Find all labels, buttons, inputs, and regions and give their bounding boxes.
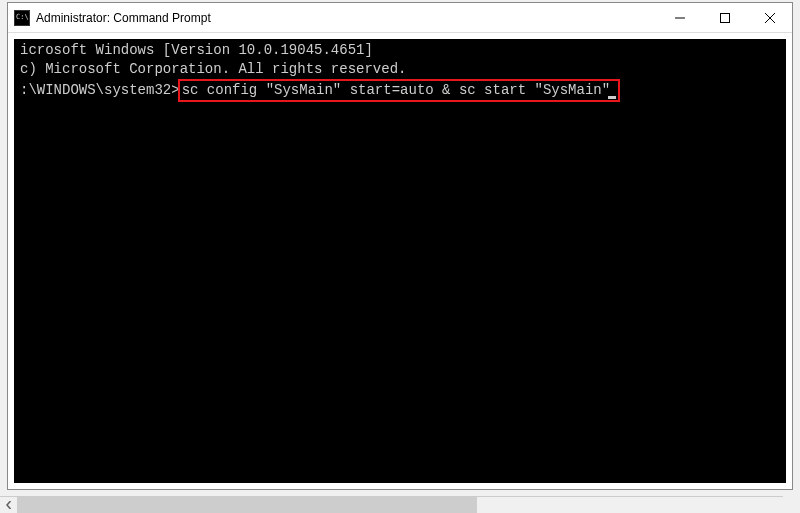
output-line: c) Microsoft Corporation. All rights res… — [20, 60, 780, 79]
scrollbar-track[interactable] — [17, 497, 783, 513]
close-icon — [765, 13, 775, 23]
svg-rect-1 — [720, 13, 729, 22]
maximize-button[interactable] — [702, 3, 747, 32]
prompt-path: :\WINDOWS\system32> — [20, 82, 180, 98]
prompt-line: :\WINDOWS\system32>sc config "SysMain" s… — [20, 79, 780, 102]
horizontal-scrollbar[interactable] — [0, 496, 800, 513]
minimize-icon — [675, 13, 685, 23]
cursor — [608, 96, 616, 99]
window-title: Administrator: Command Prompt — [36, 11, 657, 25]
cmd-icon — [14, 10, 30, 26]
output-line: icrosoft Windows [Version 10.0.19045.465… — [20, 41, 780, 60]
terminal-area[interactable]: icrosoft Windows [Version 10.0.19045.465… — [14, 39, 786, 483]
close-button[interactable] — [747, 3, 792, 32]
window-controls — [657, 3, 792, 32]
chevron-left-icon — [5, 501, 13, 509]
scrollbar-corner — [783, 496, 800, 513]
command-text: sc config "SysMain" start=auto & sc star… — [182, 82, 610, 98]
maximize-icon — [720, 13, 730, 23]
command-prompt-window: Administrator: Command Prompt icrosoft W… — [7, 2, 793, 490]
scrollbar-thumb[interactable] — [17, 497, 477, 513]
titlebar[interactable]: Administrator: Command Prompt — [8, 3, 792, 33]
scroll-left-button[interactable] — [0, 497, 17, 514]
minimize-button[interactable] — [657, 3, 702, 32]
command-highlight: sc config "SysMain" start=auto & sc star… — [178, 79, 620, 102]
